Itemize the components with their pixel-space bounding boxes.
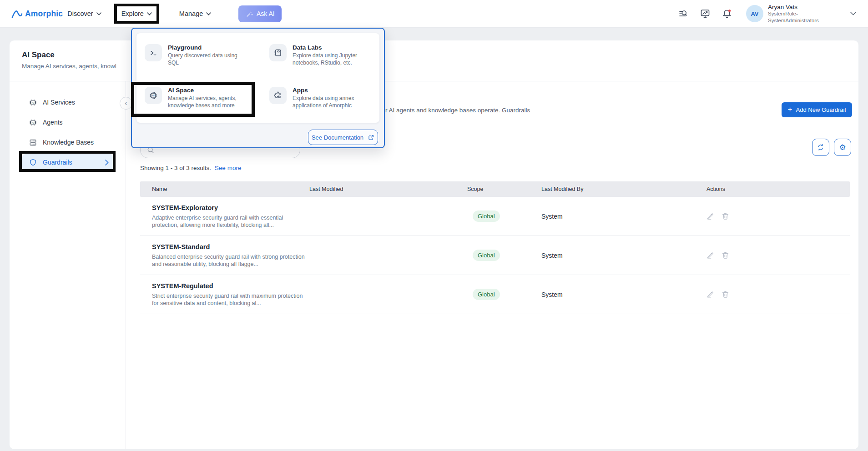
monitoring-chart-icon[interactable] [700, 8, 711, 19]
edit-pencil-icon[interactable] [707, 291, 714, 298]
menu-item-description: Explore data using annex applications of… [293, 95, 372, 109]
user-name: Aryan Vats [768, 4, 838, 10]
menu-item-title: AI Space [168, 87, 247, 94]
chevron-down-icon [206, 12, 211, 15]
external-link-icon [368, 134, 374, 141]
refresh-button[interactable] [812, 139, 829, 156]
chevron-down-icon [147, 12, 152, 15]
edit-pencil-icon[interactable] [707, 251, 714, 259]
add-new-guardrail-button[interactable]: + Add New Guardrail [782, 102, 852, 117]
topbar: Amorphic Discover Explore Manage Ask [0, 0, 868, 28]
guardrail-description: Strict enterprise security guard rail wi… [152, 292, 307, 307]
guardrail-name-cell: SYSTEM-Exploratory Adaptive enterprise s… [140, 197, 309, 229]
column-header-last-modified: Last Modified [309, 186, 467, 192]
guardrail-name-cell: SYSTEM-Regulated Strict enterprise secur… [140, 275, 309, 307]
explore-menu-item-playground[interactable]: Playground Query discovered data using S… [145, 44, 262, 66]
add-new-guardrail-label: Add New Guardrail [796, 106, 846, 113]
nav-explore[interactable]: Explore [121, 10, 152, 17]
search-data-icon[interactable] [678, 8, 689, 19]
topbar-divider [739, 7, 739, 20]
amorphic-logo-icon [11, 8, 23, 19]
terminal-icon [145, 44, 162, 61]
avatar[interactable]: AV [746, 5, 763, 22]
ask-ai-button[interactable]: Ask AI [238, 5, 282, 22]
scope-cell: Global [467, 250, 541, 261]
table-header: Name Last Modified Scope Last Modified B… [140, 181, 850, 197]
avatar-initials: AV [751, 10, 758, 17]
guardrails-table: Name Last Modified Scope Last Modified B… [140, 181, 850, 314]
actions-cell [707, 251, 850, 259]
settings-button[interactable]: ⚙ [834, 139, 851, 156]
sidebar-item-label: AI Services [43, 99, 75, 106]
explore-menu-item-apps[interactable]: Apps Explore data using annex applicatio… [269, 87, 387, 109]
column-header-actions: Actions [707, 186, 850, 192]
last-modified-by-cell: System [541, 252, 707, 259]
sidebar-collapse-button[interactable]: ‹ [120, 97, 132, 110]
notebook-icon [269, 44, 287, 61]
sidebar-item-knowledge-bases[interactable]: Knowledge Bases [22, 134, 113, 150]
sidebar-item-ai-services[interactable]: AI AI Services [22, 94, 113, 110]
menu-item-title: Data Labs [293, 44, 372, 51]
results-text: Showing 1 - 3 of 3 results. [140, 165, 211, 171]
topbar-right: AV Aryan Vats SystemRole-SystemAdministr… [667, 4, 861, 24]
notifications-bell-icon[interactable] [722, 8, 732, 19]
explore-dropdown-card: Playground Query discovered data using S… [136, 33, 379, 123]
sidebar-item-guardrails[interactable]: Guardrails [22, 154, 113, 170]
see-documentation-label: See Documentation [312, 134, 363, 141]
guardrails-description: r AI agents and knowledge bases operate.… [385, 106, 530, 115]
magic-wand-icon [246, 10, 253, 17]
explore-dropdown-menu: Playground Query discovered data using S… [131, 28, 385, 148]
chevron-down-icon [96, 12, 101, 15]
user-role: SystemRole-SystemAdministrators [768, 10, 832, 24]
user-menu-chevron-down-icon[interactable] [850, 12, 856, 15]
results-summary: Showing 1 - 3 of 3 results. See more [140, 165, 241, 171]
guardrail-name: SYSTEM-Exploratory [152, 204, 309, 211]
amorphic-logo[interactable]: Amorphic [11, 8, 63, 19]
delete-trash-icon[interactable] [722, 291, 729, 298]
last-modified-by-cell: System [541, 291, 707, 298]
last-modified-by-cell: System [541, 213, 707, 220]
menu-item-description: Manage AI services, agents, knowledge ba… [168, 95, 247, 109]
ask-ai-label: Ask AI [257, 10, 275, 17]
table-row: SYSTEM-Regulated Strict enterprise secur… [140, 275, 850, 314]
sidebar-item-label: Guardrails [43, 159, 72, 166]
ai-chip-icon: AI [29, 98, 37, 107]
sidebar-item-agents[interactable]: AI Agents [22, 114, 113, 130]
nav-manage[interactable]: Manage [179, 10, 211, 17]
menu-item-description: Query discovered data using SQL [168, 52, 247, 66]
table-row: SYSTEM-Exploratory Adaptive enterprise s… [140, 197, 850, 236]
explore-annotation-box: Explore [114, 4, 159, 24]
see-documentation-button[interactable]: See Documentation [308, 130, 378, 145]
menu-item-title: Playground [168, 44, 247, 51]
nav-discover-label: Discover [67, 10, 93, 17]
guardrail-name-cell: SYSTEM-Standard Balanced enterprise secu… [140, 236, 309, 268]
puzzle-icon [269, 87, 287, 104]
database-stack-icon [29, 138, 37, 147]
brand-name: Amorphic [25, 9, 63, 19]
sidebar-item-label: Knowledge Bases [43, 139, 94, 146]
actions-cell [707, 212, 850, 220]
scope-badge: Global [473, 210, 500, 222]
delete-trash-icon[interactable] [722, 251, 729, 259]
chevron-right-icon [105, 160, 109, 165]
nav-discover[interactable]: Discover [67, 10, 101, 17]
chevron-left-icon: ‹ [125, 99, 127, 107]
see-more-link[interactable]: See more [215, 165, 242, 171]
refresh-icon [817, 143, 825, 151]
user-info: Aryan Vats SystemRole-SystemAdministrato… [768, 4, 838, 24]
edit-pencil-icon[interactable] [707, 212, 714, 220]
ai-chip-icon: AI [145, 87, 162, 104]
sidebar-item-label: Agents [43, 119, 63, 126]
gear-icon: ⚙ [839, 143, 846, 152]
column-header-scope: Scope [467, 186, 541, 192]
nav-explore-label: Explore [121, 10, 144, 17]
guardrail-name: SYSTEM-Standard [152, 243, 309, 251]
sidebar: AI AI Services AI Agents [10, 81, 126, 449]
delete-trash-icon[interactable] [722, 212, 729, 220]
scope-cell: Global [467, 289, 541, 300]
explore-menu-item-data-labs[interactable]: Data Labs Explore data using Jupyter not… [269, 44, 387, 66]
guardrail-name: SYSTEM-Regulated [152, 282, 309, 290]
ai-chip-icon: AI [29, 118, 37, 127]
explore-menu-item-ai-space[interactable]: AI AI Space Manage AI services, agents, … [145, 87, 262, 109]
guardrail-description: Balanced enterprise security guard rail … [152, 253, 307, 268]
